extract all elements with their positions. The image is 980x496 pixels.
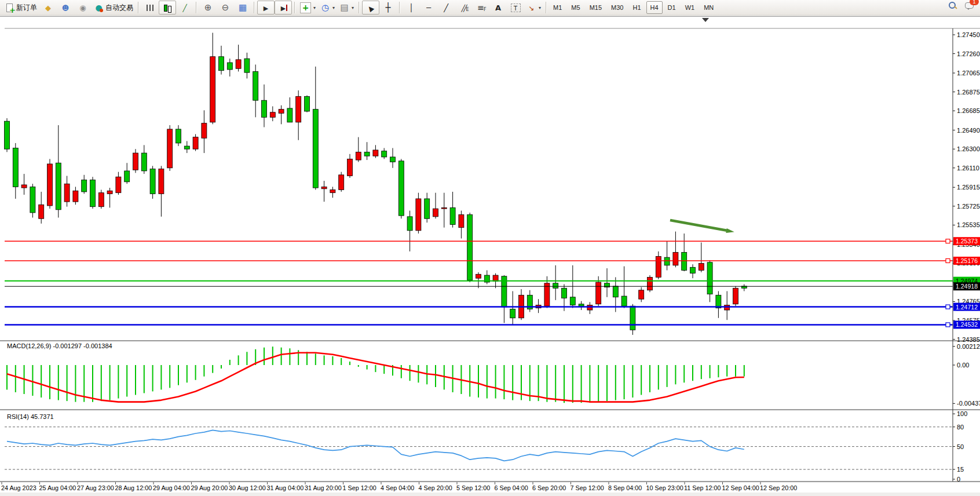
line-chart-icon	[180, 3, 190, 13]
history-cube-icon	[43, 3, 53, 13]
indicators-icon	[300, 2, 311, 13]
rsi-label: RSI(14) 45.7371	[7, 413, 54, 420]
line-chart-button[interactable]	[176, 1, 193, 14]
indicators-button[interactable]: ▾	[298, 1, 318, 14]
timeframe-m1-button[interactable]: M1	[549, 1, 566, 14]
candlestick-chart-button[interactable]	[159, 1, 176, 14]
rsi-tick-label: 15	[957, 466, 964, 473]
timeframe-w1-button[interactable]: W1	[681, 1, 699, 14]
equidistant-channel-button[interactable]	[455, 1, 472, 14]
current-price-line-badge-label: 1.24918	[956, 283, 978, 290]
price-tick-label: 1.27065	[957, 70, 980, 76]
resistance-line-1-handle[interactable]	[946, 239, 950, 243]
history-center-button[interactable]	[39, 1, 57, 14]
auto-trading-button[interactable]: 自动交易	[92, 1, 136, 14]
trendline-button[interactable]	[437, 1, 455, 14]
bear-candle	[373, 150, 378, 156]
signal-icon	[78, 3, 88, 13]
fibonacci-button[interactable]	[472, 1, 489, 14]
chart-shift-button[interactable]	[275, 1, 292, 14]
timeframe-d1-button[interactable]: D1	[664, 1, 680, 14]
text-label-button[interactable]	[507, 1, 524, 14]
candlestick-chart-icon	[163, 3, 173, 13]
notifications-button[interactable]: 1	[965, 1, 975, 12]
chart-window: ▼ GBPUSD-,H4 1.24913 1.24981 1.24896 1.2…	[0, 16, 980, 496]
zoom-in-button[interactable]	[199, 1, 217, 14]
bull-candle	[510, 309, 515, 318]
fibonacci-icon	[476, 3, 486, 13]
new-order-button[interactable]: 新订单	[2, 1, 39, 14]
timeframe-h4-button[interactable]: H4	[646, 1, 663, 14]
bull-candle	[630, 306, 635, 330]
bull-candle	[621, 296, 627, 306]
bull-candle	[390, 157, 396, 162]
signals-button[interactable]	[74, 1, 92, 14]
support-line-blue-2-handle[interactable]	[946, 323, 950, 327]
cursor-icon	[366, 3, 376, 13]
search-button[interactable]	[948, 1, 957, 12]
bull-candle	[450, 207, 455, 224]
search-icon	[948, 1, 957, 10]
bear-candle	[330, 190, 335, 193]
bull-candle	[82, 180, 87, 192]
bull-candle	[613, 286, 618, 297]
bear-candle	[339, 175, 344, 190]
price-tick-label: 1.25915	[957, 184, 980, 191]
bar-chart-button[interactable]	[141, 1, 159, 14]
chart-canvas[interactable]: MACD(12,26,9) -0.001297 -0.001384RSI(14)…	[0, 17, 980, 496]
date-tick-label: 29 Aug 04:00	[153, 484, 190, 491]
bear-candle	[459, 214, 464, 227]
bear-candle	[21, 185, 27, 188]
price-tick-label: 1.25725	[957, 203, 980, 210]
auto-scroll-button[interactable]	[257, 1, 275, 14]
date-tick-label: 11 Sep 12:00	[684, 484, 721, 491]
bear-candle	[64, 184, 70, 202]
timeframe-mn-button[interactable]: MN	[700, 1, 718, 14]
bull-candle	[150, 169, 155, 194]
zoom-out-button[interactable]	[217, 1, 234, 14]
rsi-tick-label: 80	[957, 424, 964, 431]
bull-candle	[398, 161, 404, 216]
bull-candle	[407, 217, 412, 231]
timeframe-m5-button[interactable]: M5	[567, 1, 584, 14]
timeframe-m30-button[interactable]: M30	[607, 1, 627, 14]
chart-background	[0, 17, 980, 496]
community-button[interactable]	[57, 1, 74, 14]
toolbar-separator	[399, 2, 400, 13]
cursor-button[interactable]	[362, 1, 379, 14]
vertical-line-button[interactable]	[403, 1, 420, 14]
bull-candle	[141, 153, 147, 171]
bull-candle	[125, 171, 130, 182]
crosshair-button[interactable]	[379, 1, 397, 14]
template-icon	[339, 3, 349, 13]
date-tick-label: 4 Sep 04:00	[381, 484, 414, 491]
toolbar-separator	[138, 2, 139, 13]
date-tick-label: 29 Aug 20:00	[191, 484, 228, 491]
support-line-blue-2-badge-label: 1.24532	[956, 321, 978, 328]
bull-candle	[253, 71, 258, 100]
macd-tick-label: 0.00	[957, 362, 969, 369]
vertical-line-icon	[407, 3, 416, 13]
bull-candle	[664, 257, 670, 265]
templates-button[interactable]: ▾	[337, 1, 356, 14]
price-tick-label: 1.26685	[957, 107, 980, 114]
support-line-blue-1-handle[interactable]	[946, 305, 950, 309]
bear-candle	[656, 256, 661, 277]
bear-candle	[639, 290, 644, 299]
bull-candle	[562, 288, 567, 298]
arrows-button[interactable]: ▾	[524, 1, 543, 14]
toolbar-separator	[359, 2, 360, 13]
bull-candle	[707, 262, 712, 294]
text-button[interactable]	[489, 1, 507, 14]
timeframe-h1-button[interactable]: H1	[628, 1, 645, 14]
new-order-label: 新订单	[16, 3, 37, 13]
bull-candle	[30, 187, 35, 213]
resistance-line-2-handle[interactable]	[946, 258, 950, 262]
support-line-blue-1-badge-label: 1.24712	[956, 304, 978, 311]
timeframe-m15-button[interactable]: M15	[586, 1, 606, 14]
horizontal-line-button[interactable]	[420, 1, 437, 14]
periods-button[interactable]: ▾	[318, 1, 337, 14]
tile-windows-button[interactable]	[234, 1, 251, 14]
bear-candle	[167, 129, 173, 168]
bear-candle	[73, 191, 78, 202]
